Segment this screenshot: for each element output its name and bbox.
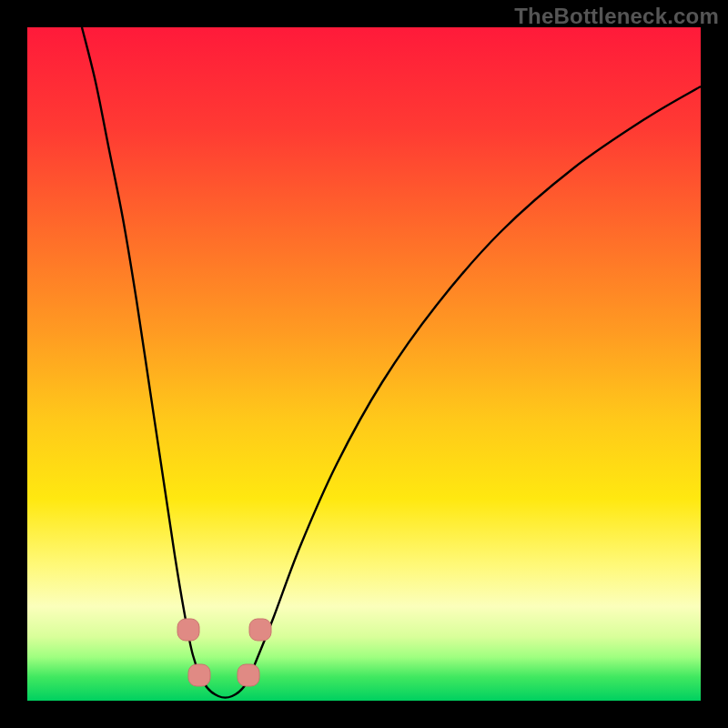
- curve-marker: [249, 619, 271, 641]
- curve-layer: [27, 27, 701, 701]
- curve-marker: [188, 664, 210, 686]
- curve-marker: [238, 664, 259, 686]
- bottleneck-curve: [82, 27, 701, 698]
- curve-marker: [177, 619, 199, 641]
- watermark-text: TheBottleneck.com: [514, 4, 719, 29]
